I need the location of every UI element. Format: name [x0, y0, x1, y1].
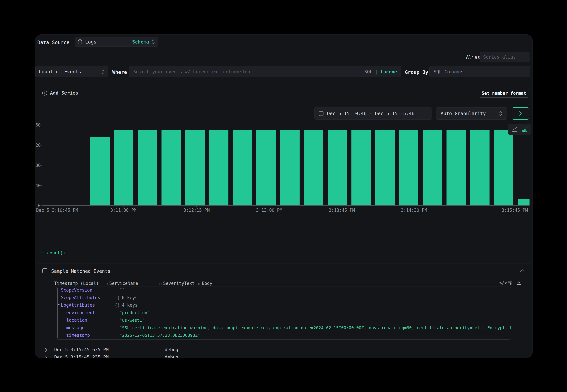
chart-bar[interactable] [494, 130, 513, 205]
drag-handle-icon[interactable] [198, 282, 200, 285]
json-tree: ScopeVersion""ScopeAttributes{}0 keys▾Lo… [56, 287, 511, 339]
chart-bar[interactable] [375, 130, 395, 205]
column-header-body[interactable]: Body [198, 281, 212, 286]
y-tick-mark [40, 145, 42, 145]
bar-chart-icon[interactable] [522, 126, 527, 132]
chart-bar[interactable] [280, 130, 300, 205]
chart-explorer-panel: Data Source Logs Schema Alias Series ali… [35, 34, 533, 358]
json-value: "production" [120, 310, 150, 315]
event-row[interactable]: Dec 5 3:15:45.235 PMdebug [35, 354, 533, 358]
chart-bar[interactable] [138, 130, 157, 205]
y-tick-label: 160 [35, 123, 41, 127]
download-icon[interactable] [516, 280, 521, 285]
json-key: location [66, 318, 87, 323]
chevron-updown-icon [152, 39, 155, 45]
severity-indicator-bar [50, 347, 50, 352]
y-tick-label: 120 [35, 143, 41, 148]
chart-bar[interactable] [518, 199, 529, 205]
chart-x-axis: Dec 5 3:10:45 PM3:11:30 PM3:12:15 PM3:13… [42, 206, 529, 216]
mode-separator: | [375, 69, 378, 74]
chart-bar[interactable] [162, 130, 181, 205]
json-value: "" [120, 288, 124, 293]
sample-events-title: Sample Matched Events [51, 268, 111, 274]
chart-bar[interactable] [304, 130, 323, 205]
calendar-icon: 1 [319, 111, 324, 116]
x-tick-mark [527, 206, 527, 207]
x-tick-mark [269, 206, 269, 207]
chart-bar[interactable] [90, 137, 110, 205]
column-header-timestamp[interactable]: Timestamp (Local) [54, 281, 99, 286]
event-timestamp: Dec 5 3:15:45.235 PM [54, 354, 109, 358]
line-chart-icon[interactable] [512, 126, 517, 132]
x-tick-label: Dec 5 3:10:45 PM [36, 208, 78, 213]
where-label: Where [112, 69, 127, 75]
group-by-input[interactable]: SQL Columns [429, 66, 530, 77]
schema-link[interactable]: Schema [132, 39, 149, 45]
x-tick-label: 3:15:45 PM [502, 208, 528, 213]
run-query-button[interactable] [512, 107, 529, 120]
chart-bar[interactable] [114, 130, 133, 205]
granularity-select[interactable]: Auto Granularity [436, 107, 507, 120]
time-range-picker[interactable]: 1 Dec 5 15:10:46 - Dec 5 15:15:46 [315, 107, 432, 120]
plus-circle-icon [42, 90, 47, 96]
collapse-chevron-icon[interactable] [520, 269, 525, 272]
search-placeholder: Search your events w/ Lucene ex. column:… [133, 69, 250, 74]
sql-mode-toggle[interactable]: SQL [364, 69, 373, 74]
event-severity: debug [165, 347, 178, 352]
search-input[interactable]: Search your events w/ Lucene ex. column:… [129, 66, 401, 77]
chart-bar[interactable] [209, 130, 228, 205]
event-row[interactable]: Dec 5 3:15:45.635 PMdebug [35, 346, 533, 354]
json-viewer-panel: ScopeVersion""ScopeAttributes{}0 keys▾Lo… [56, 287, 511, 340]
drag-handle-icon[interactable] [106, 282, 108, 285]
lucene-mode-toggle[interactable]: Lucene [381, 69, 397, 74]
chart-y-axis: 16012080400 [35, 125, 42, 206]
x-tick-mark [342, 206, 342, 207]
x-tick-label: 3:12:15 PM [183, 208, 210, 213]
chart-legend[interactable]: count() [39, 250, 65, 255]
y-tick-label: 40 [35, 183, 41, 188]
y-tick-mark [40, 206, 42, 206]
json-key: LogAttributes [61, 303, 95, 308]
chart-bar[interactable] [233, 130, 252, 205]
time-range-value: Dec 5 15:10:46 - Dec 5 15:15:46 [327, 111, 415, 116]
chart-bar[interactable] [256, 130, 276, 205]
add-series-button[interactable]: Add Series [42, 90, 78, 96]
database-icon [78, 39, 82, 44]
y-tick-label: 80 [35, 163, 41, 168]
code-icon[interactable]: </> [499, 280, 507, 285]
granularity-value: Auto Granularity [441, 111, 486, 116]
chart-bar[interactable] [185, 130, 205, 205]
expand-triangle-icon[interactable]: ▾ [58, 303, 60, 307]
list-icon [42, 268, 48, 274]
y-tick-mark [40, 185, 42, 186]
x-tick-label: 3:14:30 PM [401, 208, 427, 213]
event-timestamp: Dec 5 3:15:45.635 PM [54, 347, 109, 352]
aggregation-select[interactable]: Count of Events [35, 66, 108, 77]
chevron-right-icon[interactable] [45, 355, 47, 358]
data-source-select[interactable]: Logs Schema [75, 37, 158, 47]
section-divider [37, 263, 531, 264]
json-value: "2025-12-05T13:57:23.082306893Z" [120, 333, 200, 338]
chart-bar[interactable] [423, 130, 442, 205]
aggregation-value: Count of Events [39, 69, 81, 74]
alias-label: Alias [466, 55, 480, 60]
chart-bar[interactable] [328, 130, 347, 205]
wrap-text-icon[interactable] [508, 280, 513, 285]
alias-input[interactable]: Series alias [480, 52, 530, 62]
chart-bar[interactable] [470, 130, 489, 205]
chart-bar[interactable] [446, 130, 466, 205]
x-tick-mark [42, 206, 42, 207]
chart-bar[interactable] [351, 130, 371, 205]
drag-handle-icon[interactable] [159, 282, 162, 285]
x-tick-label: 3:13:00 PM [256, 208, 282, 213]
add-series-label: Add Series [50, 90, 78, 96]
json-key: environment [66, 310, 95, 315]
x-tick-mark [196, 206, 197, 207]
chevron-right-icon[interactable] [45, 348, 47, 352]
set-number-format-button[interactable]: Set number format [479, 89, 529, 98]
chart-bar[interactable] [399, 130, 418, 205]
x-tick-mark [123, 206, 124, 207]
column-header-severitytext[interactable]: SeverityText [159, 281, 195, 286]
json-value: "us-west1" [120, 318, 144, 323]
column-header-servicename[interactable]: ServiceName [106, 281, 138, 286]
